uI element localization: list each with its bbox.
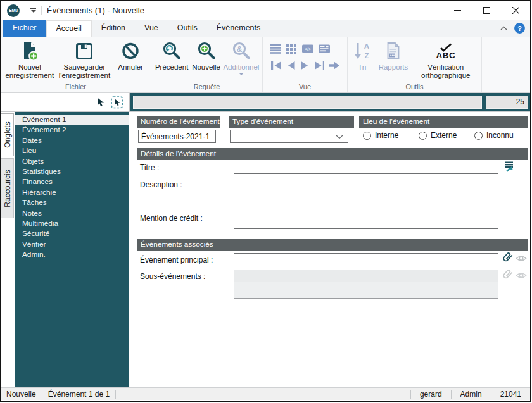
titlebar-separator (41, 6, 42, 15)
next-record-icon[interactable] (300, 61, 310, 70)
radio-inconnu[interactable]: Inconnu (474, 131, 514, 140)
save-record-button[interactable]: Sauvegarder l'enregistrement (57, 39, 113, 80)
main-event-input[interactable] (234, 253, 498, 266)
last-record-icon[interactable] (314, 61, 325, 70)
group-label-fichier: Fichier (1, 82, 151, 92)
sub-events-grid[interactable] (234, 270, 498, 299)
collapse-ribbon-icon[interactable] (500, 26, 507, 30)
detail-view-icon[interactable] (319, 43, 330, 54)
application-window: EMu Événements (1) - Nouvelle Fichier Ac… (0, 0, 531, 402)
minimize-button[interactable] (443, 1, 472, 20)
select-arrow-icon[interactable] (96, 97, 105, 108)
ribbon-tab-bar: Fichier Accueil Édition Vue Outils Événe… (1, 20, 530, 37)
marquee-select-icon[interactable] (111, 96, 124, 109)
sidebar-item-objets[interactable]: Objets (15, 156, 129, 166)
sidebar-item-finances[interactable]: Finances (15, 177, 129, 187)
event-form: Numéro de l'événement Type d'événement L… (129, 112, 530, 387)
spellcheck-button[interactable]: ABC Vérification orthographique (412, 39, 479, 80)
ribbon-group-requete: Précédent Nouvelle & Additionnel Requête (151, 37, 263, 92)
tabs-sidebar: Événement 1 Événement 2 Dates Lieu Objet… (15, 112, 129, 387)
reports-icon (383, 40, 404, 63)
app-icon[interactable]: EMu (7, 4, 20, 17)
save-icon (73, 40, 95, 63)
title-label: Titre : (140, 163, 159, 172)
radio-interne[interactable]: Interne (363, 131, 398, 140)
credit-label: Mention de crédit : (140, 214, 203, 223)
view-attachment-icon-disabled (516, 271, 527, 280)
description-textarea[interactable] (234, 178, 498, 208)
sidebar-item-notes[interactable]: Notes (15, 208, 129, 218)
radio-icon[interactable] (419, 132, 427, 140)
sidebar-item-securite[interactable]: Sécurité (15, 228, 129, 239)
attach-icon[interactable] (500, 251, 514, 266)
sidebar-item-evenement-2[interactable]: Événement 2 (15, 125, 129, 135)
additional-query-button[interactable]: & Additionnel (222, 39, 260, 75)
sort-button[interactable]: AZ Tri (350, 39, 374, 71)
status-pid: 21041 (491, 390, 530, 399)
tab-edition[interactable]: Édition (92, 20, 135, 37)
tab-raccourcis[interactable]: Raccourcis (1, 158, 14, 218)
radio-icon[interactable] (474, 132, 483, 140)
previous-query-button[interactable]: Précédent (153, 39, 190, 71)
tab-accueil[interactable]: Accueil (46, 20, 92, 37)
quick-access-toolbar-dropdown-icon[interactable] (30, 8, 36, 13)
ribbon: Nouvel enregistrement Sauvegarder l'enre… (1, 37, 530, 93)
list-view-icon[interactable] (270, 43, 281, 54)
sidebar-item-statistiques[interactable]: Statistiques (15, 166, 129, 177)
close-button[interactable] (501, 1, 530, 20)
sidebar-item-taches[interactable]: Tâches (15, 197, 129, 208)
radio-externe[interactable]: Externe (419, 131, 457, 140)
record-count: 25 (486, 96, 528, 109)
reports-button[interactable]: Rapports (374, 39, 412, 71)
cancel-button[interactable]: Annuler (112, 39, 149, 71)
new-record-button[interactable]: Nouvel enregistrement (3, 39, 57, 80)
sidebar-item-evenement-1[interactable]: Événement 1 (15, 115, 129, 125)
minimize-icon (454, 7, 461, 14)
new-query-button[interactable]: Nouvelle (190, 39, 222, 71)
selection-strip: 25 (1, 93, 530, 112)
title-input[interactable] (234, 161, 498, 174)
details-section-header: Détails de l'événement (137, 148, 528, 160)
credit-input[interactable] (234, 211, 498, 229)
radio-icon[interactable] (363, 132, 371, 140)
title-bar: EMu Événements (1) - Nouvelle (1, 1, 530, 20)
help-button[interactable]: ? (514, 23, 525, 34)
record-counter-bar: 25 (130, 93, 530, 111)
previous-record-icon[interactable] (286, 61, 296, 70)
svg-text:A: A (364, 42, 369, 50)
ribbon-group-vue: </> Vue (263, 37, 348, 92)
event-type-dropdown[interactable] (230, 130, 348, 143)
tab-evenements[interactable]: Événements (207, 20, 270, 37)
spellcheck-icon: ABC (436, 40, 455, 63)
sidebar-item-lieu[interactable]: Lieu (15, 146, 129, 156)
view-attachment-icon[interactable] (516, 254, 527, 263)
sidebar-item-multimedia[interactable]: Multimédia (15, 218, 129, 228)
goto-record-icon[interactable] (328, 61, 339, 70)
sidebar-item-admin[interactable]: Admin. (15, 249, 129, 259)
svg-text:</>: </> (305, 47, 311, 51)
titlebar-separator (25, 6, 25, 15)
group-label-vue: Vue (263, 82, 347, 92)
lookup-list-icon[interactable] (503, 160, 516, 173)
additional-query-icon: & (231, 40, 252, 63)
ribbon-group-outils: AZ Tri Rapports ABC Vérification orthogr… (348, 37, 482, 92)
previous-query-icon (161, 40, 182, 63)
sidebar-item-dates[interactable]: Dates (15, 135, 129, 146)
sidebar-item-verifier[interactable]: Vérifier (15, 239, 129, 249)
number-section-header: Numéro de l'événement (137, 116, 220, 128)
first-record-icon[interactable] (270, 61, 282, 70)
tab-onglets[interactable]: Onglets (1, 113, 14, 156)
tab-vue[interactable]: Vue (135, 20, 168, 37)
tab-fichier[interactable]: Fichier (3, 20, 46, 37)
sidebar-item-hierarchie[interactable]: Hiérarchie (15, 187, 129, 197)
tab-outils[interactable]: Outils (168, 20, 207, 37)
code-view-icon[interactable]: </> (302, 43, 314, 54)
grid-view-icon[interactable] (286, 43, 297, 54)
description-label: Description : (140, 180, 182, 189)
group-label-requete: Requête (151, 82, 262, 92)
maximize-button[interactable] (472, 1, 501, 20)
event-number-input[interactable] (138, 130, 216, 143)
chevron-down-icon (239, 73, 243, 75)
attach-icon-disabled (500, 268, 514, 283)
cancel-icon (120, 40, 141, 63)
